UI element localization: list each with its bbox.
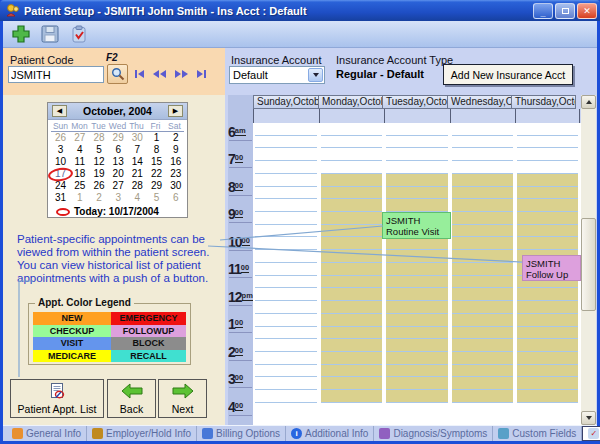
schedule-slot[interactable] <box>517 377 578 390</box>
schedule-slot[interactable] <box>452 352 513 365</box>
schedule-slot[interactable] <box>321 250 382 263</box>
calendar-day[interactable]: 9 <box>166 144 185 156</box>
schedule-slot[interactable] <box>255 199 317 212</box>
schedule-slot[interactable] <box>517 314 578 327</box>
schedule-slot[interactable] <box>386 161 448 174</box>
schedule-slot[interactable] <box>255 314 317 327</box>
schedule-slot[interactable] <box>517 199 578 212</box>
schedule-slot[interactable] <box>321 327 382 340</box>
schedule-slot[interactable] <box>517 301 578 314</box>
calendar-day[interactable]: 4 <box>70 144 89 156</box>
tasks-button[interactable] <box>65 22 92 46</box>
calendar-day[interactable]: 26 <box>51 132 70 144</box>
schedule-slot[interactable] <box>452 327 513 340</box>
schedule-slot[interactable] <box>386 263 448 276</box>
schedule-slot[interactable] <box>321 123 382 136</box>
calendar-day[interactable]: 13 <box>109 156 128 168</box>
calendar-day[interactable]: 30 <box>166 180 185 192</box>
calendar-day[interactable]: 6 <box>166 192 185 204</box>
schedule-slot[interactable] <box>517 174 578 187</box>
schedule-slot[interactable] <box>321 352 382 365</box>
schedule-slot[interactable] <box>452 377 513 390</box>
schedule-slot[interactable] <box>452 148 513 161</box>
schedule-slot[interactable] <box>452 187 513 200</box>
calendar-day[interactable]: 24 <box>51 180 70 192</box>
schedule-slot[interactable] <box>386 123 448 136</box>
schedule-slot[interactable] <box>255 365 317 378</box>
schedule-slot[interactable] <box>255 327 317 340</box>
schedule-slot[interactable] <box>452 314 513 327</box>
schedule-slot[interactable] <box>386 390 448 403</box>
schedule-slot[interactable] <box>386 148 448 161</box>
maximize-button[interactable] <box>555 3 575 19</box>
calendar-day[interactable]: 18 <box>70 168 89 180</box>
schedule-slot[interactable] <box>452 136 513 149</box>
calendar-day[interactable]: 1 <box>147 132 166 144</box>
schedule-slot[interactable] <box>452 250 513 263</box>
calendar-day[interactable]: 10 <box>51 156 70 168</box>
schedule-slot[interactable] <box>386 377 448 390</box>
calendar-next-button[interactable]: ▶ <box>168 105 183 117</box>
schedule-slot[interactable] <box>255 301 317 314</box>
schedule-slot[interactable] <box>452 288 513 301</box>
schedule-slot[interactable] <box>517 187 578 200</box>
dropdown-button[interactable] <box>308 68 323 82</box>
nav-next-button[interactable] <box>175 70 188 78</box>
appointment[interactable]: JSMITHFollow Up Visit <box>522 255 581 281</box>
schedule-slot[interactable] <box>386 276 448 289</box>
schedule-slot[interactable] <box>321 148 382 161</box>
schedule-slot[interactable] <box>321 199 382 212</box>
calendar-day[interactable]: 6 <box>109 144 128 156</box>
calendar-day[interactable]: 14 <box>128 156 147 168</box>
back-button[interactable]: Back <box>107 379 156 418</box>
schedule-slot[interactable] <box>517 161 578 174</box>
add-insurance-button[interactable]: Add New Insurance Acct <box>443 64 573 85</box>
schedule-slot[interactable] <box>321 225 382 238</box>
calendar-day[interactable]: 2 <box>89 192 108 204</box>
insurance-account-select[interactable]: Default <box>229 66 325 84</box>
schedule-slot[interactable] <box>452 339 513 352</box>
calendar-prev-button[interactable]: ◀ <box>52 105 67 117</box>
calendar-day[interactable]: 5 <box>147 192 166 204</box>
schedule-slot[interactable] <box>386 174 448 187</box>
calendar-day[interactable]: 28 <box>89 132 108 144</box>
schedule-slot[interactable] <box>255 339 317 352</box>
calendar-day[interactable]: 3 <box>51 144 70 156</box>
calendar-day[interactable]: 4 <box>128 192 147 204</box>
calendar-day[interactable]: 28 <box>128 180 147 192</box>
schedule-slot[interactable] <box>321 377 382 390</box>
schedule-slot[interactable] <box>255 148 317 161</box>
schedule-slot[interactable] <box>321 288 382 301</box>
calendar-day[interactable]: 17 <box>51 168 70 180</box>
schedule-slot[interactable] <box>517 365 578 378</box>
schedule-slot[interactable] <box>517 136 578 149</box>
schedule-slot[interactable] <box>255 352 317 365</box>
calendar-day[interactable]: 22 <box>147 168 166 180</box>
add-patient-button[interactable] <box>7 22 34 46</box>
appointment[interactable]: JSMITHRoutine Visit <box>382 212 451 239</box>
schedule-slot[interactable] <box>386 250 448 263</box>
schedule-slot[interactable] <box>452 390 513 403</box>
calendar-day[interactable]: 8 <box>147 144 166 156</box>
schedule-slot[interactable] <box>517 339 578 352</box>
schedule-slot[interactable] <box>321 301 382 314</box>
patient-code-input[interactable] <box>8 66 104 83</box>
save-button[interactable] <box>36 22 63 46</box>
schedule-slot[interactable] <box>386 187 448 200</box>
schedule-slot[interactable] <box>321 174 382 187</box>
calendar-day[interactable]: 20 <box>109 168 128 180</box>
scroll-down-button[interactable] <box>581 411 596 425</box>
calendar-day[interactable]: 3 <box>109 192 128 204</box>
scrollbar-thumb[interactable] <box>581 218 596 311</box>
tab-billing-options[interactable]: Billing Options <box>197 426 286 441</box>
schedule-slot[interactable] <box>386 365 448 378</box>
tab-employer-hold-info[interactable]: Employer/Hold Info <box>87 426 197 441</box>
schedule-slot[interactable] <box>255 187 317 200</box>
schedule-slot[interactable] <box>452 276 513 289</box>
next-button[interactable]: Next <box>158 379 207 418</box>
calendar-day[interactable]: 30 <box>128 132 147 144</box>
schedule-slot[interactable] <box>452 123 513 136</box>
schedule-slot[interactable] <box>386 327 448 340</box>
calendar-day[interactable]: 7 <box>128 144 147 156</box>
schedule-slot[interactable] <box>321 276 382 289</box>
